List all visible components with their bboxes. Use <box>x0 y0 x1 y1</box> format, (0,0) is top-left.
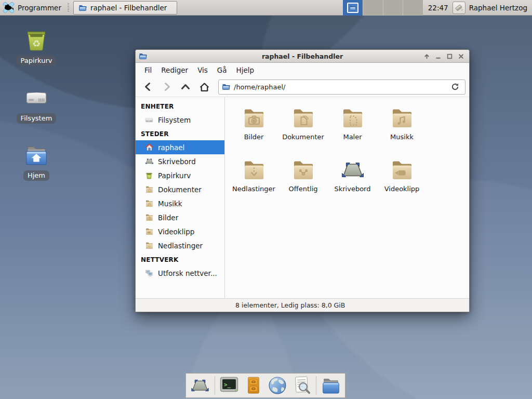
file-item-desktop[interactable]: Skrivebord <box>328 156 377 208</box>
workspace-2[interactable] <box>363 0 383 16</box>
sidebar-item-label: Videoklipp <box>158 228 194 236</box>
file-manager-window: raphael - Filbehandler <box>135 49 470 312</box>
directory-menu-icon <box>321 375 341 396</box>
statusbar: 8 ielementer, Ledig plass: 8,0 GiB <box>136 298 469 312</box>
file-item-downloads[interactable]: Nedlastinger <box>229 156 278 208</box>
sidebar-item-label: Skrivebord <box>158 157 196 166</box>
forward-icon <box>162 82 172 92</box>
statusbar-text: 8 ielementer, Ledig plass: 8,0 GiB <box>235 301 345 309</box>
folder-music-icon <box>144 199 154 208</box>
file-item-label: Musikk <box>390 133 414 141</box>
desktop-icon-label: Papirkurv <box>17 56 57 66</box>
sidebar-item-filesystem[interactable]: Filsystem <box>136 113 224 127</box>
minimize-button[interactable] <box>432 51 444 61</box>
sidebar-item-label: Dokumenter <box>158 185 202 194</box>
location-bar[interactable]: /home/raphael/ <box>218 79 466 95</box>
back-button[interactable] <box>139 79 157 95</box>
menu-help[interactable]: Hjelp <box>232 64 259 76</box>
folder-music-icon <box>390 105 415 130</box>
desktop-icon-trash[interactable]: Papirkurv <box>12 27 60 66</box>
top-panel: Programmer raphael - Filbehandler 22:47 <box>0 0 532 16</box>
workspace-3[interactable] <box>383 0 403 16</box>
up-button[interactable] <box>177 79 194 95</box>
file-item-pictures[interactable]: Bilder <box>229 104 278 156</box>
xfce-logo-icon <box>3 2 15 14</box>
applications-menu-button[interactable]: Programmer <box>0 0 65 15</box>
sidebar-item-raphael[interactable]: raphael <box>136 140 224 154</box>
sidebar-item-label: Filsystem <box>158 116 191 124</box>
menu-file[interactable]: Fil <box>140 64 156 76</box>
desktop-icon-label: Hjem <box>23 170 49 181</box>
file-item-videos[interactable]: Videoklipp <box>377 156 427 208</box>
file-item-public[interactable]: Offentlig <box>278 156 328 208</box>
panel-clock[interactable]: 22:47 <box>428 4 448 12</box>
workspace-switcher <box>343 0 423 16</box>
home-icon <box>144 143 154 152</box>
file-item-music[interactable]: Musikk <box>377 104 427 156</box>
minimize-icon <box>435 54 441 59</box>
home-button[interactable] <box>195 79 213 95</box>
sidebar-item-label: Bilder <box>158 214 178 222</box>
taskbar-window-button[interactable]: raphael - Filbehandler <box>73 1 177 15</box>
workspace-1[interactable] <box>343 0 363 16</box>
file-item-templates[interactable]: Maler <box>328 104 377 156</box>
folder-videos-icon <box>390 157 415 182</box>
desktop-icon <box>340 157 365 182</box>
harddrive-icon <box>23 85 49 111</box>
sidebar-item-videos[interactable]: Videoklipp <box>136 224 224 238</box>
maximize-icon <box>447 54 453 59</box>
desktop-icon-home[interactable]: Hjem <box>12 142 60 181</box>
dock-separator <box>215 376 215 395</box>
shade-button[interactable] <box>421 51 432 61</box>
files-view[interactable]: Bilder Dokumenter Maler Musikk Nedlastin… <box>225 97 469 298</box>
network-icon <box>144 269 154 278</box>
forward-button[interactable] <box>158 79 176 95</box>
sidebar-item-documents[interactable]: Dokumenter <box>136 182 224 196</box>
directory-menu-button[interactable] <box>320 375 342 396</box>
menubar: Fil Rediger Vis Gå Hjelp <box>136 63 469 77</box>
file-item-documents[interactable]: Dokumenter <box>278 104 328 156</box>
sidebar-item-trash[interactable]: Papirkurv <box>136 168 224 182</box>
file-cabinet-launcher[interactable] <box>243 375 264 396</box>
applications-menu-label: Programmer <box>18 4 61 12</box>
search-document-icon <box>291 375 312 396</box>
refresh-button[interactable] <box>448 80 462 94</box>
sidebar-item-desktop[interactable]: Skrivebord <box>136 154 224 168</box>
terminal-launcher[interactable] <box>218 375 240 396</box>
sidebar-header-devices: ENHETER <box>136 99 224 113</box>
panel-username: Raphael Hertzog <box>469 4 527 12</box>
folder-pictures-icon <box>242 105 267 130</box>
sidebar-header-places: STEDER <box>136 127 224 140</box>
menu-go[interactable]: Gå <box>212 64 232 76</box>
desktop: Programmer raphael - Filbehandler 22:47 <box>0 0 532 399</box>
folder-videos-icon <box>144 227 154 236</box>
menu-view[interactable]: Vis <box>193 64 212 76</box>
workspace-4[interactable] <box>403 0 423 16</box>
trash-icon <box>23 27 49 53</box>
close-button[interactable] <box>455 51 467 61</box>
back-icon <box>143 82 153 92</box>
sidebar-item-label: Musikk <box>158 200 182 208</box>
shade-icon <box>424 54 430 59</box>
home-icon <box>199 82 210 92</box>
desktop-icon-filesystem[interactable]: Filsystem <box>12 85 60 124</box>
file-cabinet-icon <box>244 376 263 395</box>
maximize-button[interactable] <box>444 51 455 61</box>
screensaver-button[interactable] <box>453 2 466 14</box>
file-item-label: Maler <box>343 133 362 141</box>
web-browser-launcher[interactable] <box>267 375 288 396</box>
titlebar[interactable]: raphael - Filbehandler <box>136 50 469 63</box>
file-item-label: Nedlastinger <box>232 185 275 193</box>
window-title: raphael - Filbehandler <box>136 52 469 60</box>
sidebar-item-downloads[interactable]: Nedlastinger <box>136 238 224 252</box>
menu-edit[interactable]: Rediger <box>156 64 193 76</box>
sidebar-item-music[interactable]: Musikk <box>136 196 224 210</box>
show-desktop-button[interactable] <box>189 375 211 396</box>
path-folder-icon <box>222 83 230 91</box>
path-input[interactable]: /home/raphael/ <box>234 83 445 91</box>
sidebar-item-pictures[interactable]: Bilder <box>136 210 224 224</box>
sidebar-item-browse-network[interactable]: Utforsk nettver... <box>136 266 224 280</box>
search-launcher[interactable] <box>291 375 313 396</box>
sidebar-header-network: NETTVERK <box>136 252 224 266</box>
file-item-label: Dokumenter <box>282 133 324 141</box>
